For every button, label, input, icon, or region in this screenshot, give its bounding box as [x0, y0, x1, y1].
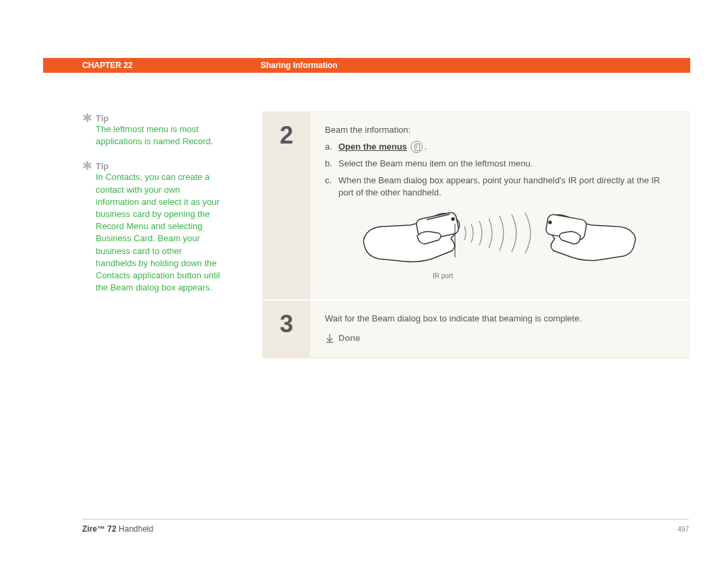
substep-text: Open the menus . — [338, 141, 674, 154]
substep-text: Select the Beam menu item on the leftmos… — [338, 158, 674, 170]
substep-a: a. Open the menus . — [325, 141, 674, 154]
down-arrow-icon — [325, 334, 334, 343]
substep-text: When the Beam dialog box appears, point … — [338, 175, 674, 200]
tip-heading: Tip — [96, 113, 224, 123]
substep-b: b. Select the Beam menu item on the left… — [325, 158, 674, 170]
page-header-bar: CHAPTER 22 Sharing Information — [43, 58, 690, 73]
chapter-label: CHAPTER 22 — [82, 61, 133, 70]
menu-icon — [411, 141, 423, 153]
svg-point-2 — [452, 218, 454, 220]
done-label: Done — [338, 332, 361, 345]
footer-divider — [82, 519, 689, 520]
tip-body: In Contacts, you can create a contact wi… — [96, 171, 224, 294]
steps-panel: 2 Beam the information: a. Open the menu… — [262, 111, 690, 358]
substep-letter: c. — [325, 175, 338, 187]
asterisk-icon: ✱ — [82, 113, 92, 123]
tip-1: ✱ Tip The leftmost menu is most applicat… — [82, 113, 224, 148]
ir-beam-illustration: IR port — [325, 206, 674, 282]
tips-sidebar: ✱ Tip The leftmost menu is most applicat… — [82, 113, 224, 307]
step-content: Wait for the Beam dialog box to indicate… — [310, 301, 689, 358]
product-name-rest: Handheld — [117, 524, 154, 534]
tip-body: The leftmost menu is most applications i… — [96, 123, 224, 148]
step-intro: Beam the information: — [325, 124, 674, 137]
ir-port-label: IR port — [268, 272, 617, 282]
footer-product: Zire™ 72 Handheld — [82, 524, 153, 534]
open-menus-link[interactable]: Open the menus — [338, 142, 407, 152]
page-number: 497 — [677, 526, 689, 533]
step-content: Beam the information: a. Open the menus … — [310, 112, 689, 299]
substep-letter: a. — [325, 141, 338, 154]
section-title: Sharing Information — [261, 61, 338, 70]
product-name-bold: Zire™ 72 — [82, 524, 117, 534]
tip-heading: Tip — [96, 161, 224, 171]
done-indicator: Done — [325, 332, 674, 345]
step-3: 3 Wait for the Beam dialog box to indica… — [263, 301, 689, 358]
svg-point-5 — [549, 221, 551, 224]
substep-letter: b. — [325, 158, 338, 170]
tip-2: ✱ Tip In Contacts, you can create a cont… — [82, 161, 224, 294]
asterisk-icon: ✱ — [82, 161, 92, 170]
substep-c: c. When the Beam dialog box appears, poi… — [325, 175, 674, 200]
step-text: Wait for the Beam dialog box to indicate… — [325, 313, 674, 325]
step-2: 2 Beam the information: a. Open the menu… — [263, 112, 689, 301]
step-number: 3 — [263, 301, 310, 358]
step-number: 2 — [263, 112, 310, 299]
